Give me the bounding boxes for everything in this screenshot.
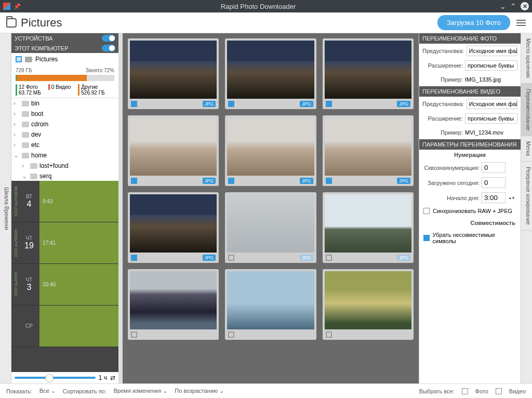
scrollbar[interactable] xyxy=(118,33,123,383)
folder-icon xyxy=(22,142,29,148)
folder-icon xyxy=(25,57,32,62)
select-all-photo[interactable] xyxy=(462,388,468,394)
rename-params-header: ПАРАМЕТРЫ ПЕРЕИМЕНОВАНИЯ xyxy=(419,139,521,150)
right-tab[interactable]: Переименование xyxy=(521,84,532,136)
devices-header: УСТРОЙСТВА xyxy=(11,33,118,43)
minimize-button[interactable]: ⌄ xyxy=(500,2,506,10)
thumb-checkbox[interactable] xyxy=(326,178,332,184)
timeline-row[interactable]: ФЕВРАЛЯ 2020ВТ49:43 xyxy=(11,181,118,222)
thumbnail[interactable]: JPG xyxy=(128,38,219,109)
photo-preset-select[interactable]: Исходное имя файла xyxy=(467,46,518,56)
thumb-checkbox[interactable] xyxy=(228,331,234,338)
storage-bar xyxy=(16,75,114,81)
thumb-image xyxy=(227,194,314,253)
thumb-checkbox[interactable] xyxy=(131,331,137,338)
app-icon xyxy=(3,3,10,10)
folder-icon xyxy=(30,163,37,169)
topbar: Pictures Загрузка 10 Фото xyxy=(0,12,532,33)
thispc-toggle[interactable] xyxy=(102,45,115,51)
tree-item[interactable]: ›dev xyxy=(11,129,118,140)
thumbnail[interactable] xyxy=(128,269,219,340)
thumb-checkbox[interactable] xyxy=(326,101,332,107)
thumbnail[interactable]: JPG xyxy=(323,38,414,109)
storage-stat: 0 Видео xyxy=(48,84,71,96)
thumb-checkbox[interactable] xyxy=(131,101,137,107)
thumbnail[interactable] xyxy=(225,269,316,340)
thumb-image xyxy=(325,271,411,329)
thumbnail[interactable]: JPG xyxy=(128,192,219,263)
tree-item[interactable]: ›cdrom xyxy=(11,119,118,129)
thumb-checkbox[interactable] xyxy=(326,255,332,261)
thumb-image xyxy=(130,194,217,253)
right-tab[interactable]: Место хранения xyxy=(521,33,532,84)
download-button[interactable]: Загрузка 10 Фото xyxy=(437,15,510,30)
sort-field[interactable]: Время изменения xyxy=(114,388,167,394)
thumb-checkbox[interactable] xyxy=(228,178,234,184)
format-badge: JPG xyxy=(300,255,313,261)
thumbnail[interactable]: JPG xyxy=(323,192,414,263)
zoom-slider-row: 1 ч ⇄ xyxy=(11,372,118,383)
format-badge: JPG xyxy=(397,178,410,184)
thumbnail[interactable]: JPG xyxy=(128,115,219,186)
folder-icon xyxy=(22,153,29,158)
daystart-input[interactable] xyxy=(482,192,506,203)
folder-icon xyxy=(22,122,29,127)
tree-item[interactable]: ›etc xyxy=(11,140,118,150)
thumb-checkbox[interactable] xyxy=(326,331,332,338)
timeline-tab[interactable]: Шкала Времени xyxy=(0,33,11,383)
pin-icon[interactable]: 📌 xyxy=(14,3,21,10)
zoom-slider[interactable] xyxy=(15,377,96,379)
strip-chars-checkbox[interactable] xyxy=(423,235,430,241)
photo-ext-select[interactable]: прописные буквы xyxy=(465,60,517,71)
tree-item[interactable]: ›boot xyxy=(11,109,118,119)
folder-icon xyxy=(22,111,29,117)
thumb-checkbox[interactable] xyxy=(228,255,234,261)
thumbnail[interactable]: JPG xyxy=(225,192,316,263)
thumbnail[interactable]: JPG xyxy=(323,115,414,186)
show-filter[interactable]: Все xyxy=(39,388,56,394)
tree-item[interactable]: ⌄serq xyxy=(11,171,118,181)
thumb-image xyxy=(227,271,314,329)
stepper[interactable]: ▲▼ xyxy=(509,196,515,200)
page-title: Pictures xyxy=(21,16,62,30)
tree-item[interactable]: ›bin xyxy=(11,98,118,109)
folder-icon xyxy=(22,101,29,107)
timeline-row[interactable]: НОЯБРЯ 2020ЧТ1917:41 xyxy=(11,222,118,264)
video-ext-select[interactable]: прописные буквы xyxy=(465,113,517,124)
timeline-row[interactable]: СР xyxy=(11,306,118,347)
thumb-image xyxy=(325,41,411,99)
devices-toggle[interactable] xyxy=(102,35,115,42)
maximize-button[interactable]: ⌃ xyxy=(510,2,516,10)
sync-raw-checkbox[interactable] xyxy=(423,208,430,214)
menu-button[interactable] xyxy=(516,18,526,28)
source-row[interactable]: Pictures xyxy=(11,53,118,65)
close-button[interactable]: ✕ xyxy=(521,2,529,10)
left-panel: УСТРОЙСТВА ЭТОТ КОМПЬЮТЕР Pictures 728 Г… xyxy=(11,33,118,383)
today-input[interactable] xyxy=(482,177,506,188)
thumb-image xyxy=(227,41,314,99)
storage-stat: Другие526.92 ГБ xyxy=(78,84,104,96)
thumb-checkbox[interactable] xyxy=(131,255,137,261)
source-checkbox[interactable] xyxy=(16,56,22,62)
video-preset-select[interactable]: Исходное имя файла xyxy=(467,99,518,109)
right-tab[interactable]: Метка xyxy=(521,136,532,162)
timeline-row[interactable]: КАБРЯ 2020ЧТ310:40 xyxy=(11,264,118,306)
shuffle-icon[interactable]: ⇄ xyxy=(110,374,115,381)
format-badge: JPG xyxy=(397,101,410,107)
format-badge: JPG xyxy=(397,255,410,261)
thispc-header: ЭТОТ КОМПЬЮТЕР xyxy=(11,43,118,53)
thumb-checkbox[interactable] xyxy=(228,101,234,107)
select-all-video[interactable] xyxy=(496,388,502,394)
thumbnail[interactable] xyxy=(323,269,414,340)
tree-item[interactable]: ›lost+found xyxy=(11,161,118,171)
sort-order[interactable]: По возрастанию xyxy=(175,388,224,394)
thumb-checkbox[interactable] xyxy=(131,178,137,184)
thumbnail[interactable]: JPG xyxy=(225,115,316,186)
bottom-bar: Показать: Все Сортировать по: Время изме… xyxy=(0,383,532,398)
right-panel: ПЕРЕИМЕНОВАНИЕ ФОТО Предустановка:Исходн… xyxy=(419,33,521,383)
tree-item[interactable]: ⌄home xyxy=(11,150,118,161)
right-tab[interactable]: Резервное копирование xyxy=(521,162,532,231)
sequence-input[interactable] xyxy=(482,162,506,173)
thumbnail-grid: JPGJPGJPGJPGJPGJPGJPGJPGJPG xyxy=(123,33,419,383)
thumbnail[interactable]: JPG xyxy=(225,38,316,109)
